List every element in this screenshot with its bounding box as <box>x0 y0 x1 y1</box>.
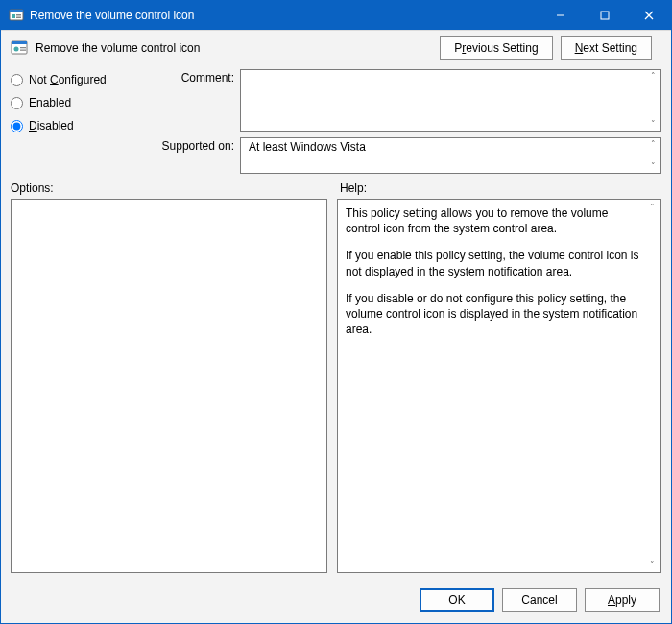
svg-rect-10 <box>12 41 27 44</box>
radio-enabled-input[interactable] <box>11 97 23 109</box>
svg-rect-1 <box>10 10 23 12</box>
chevron-up-icon[interactable]: ˄ <box>647 72 659 81</box>
radio-disabled-input[interactable] <box>11 120 23 132</box>
previous-setting-button[interactable]: Previous Setting <box>440 36 552 60</box>
next-setting-button[interactable]: Next Setting <box>561 36 652 60</box>
help-label: Help: <box>340 181 367 195</box>
chevron-up-icon[interactable]: ˄ <box>645 202 659 213</box>
radio-disabled[interactable]: Disabled <box>11 119 131 132</box>
chevron-down-icon[interactable]: ˅ <box>647 162 659 171</box>
radio-not-configured-input[interactable] <box>11 74 23 86</box>
supported-on-value: At least Windows Vista <box>249 140 366 154</box>
help-text: If you disable or do not configure this … <box>346 291 639 338</box>
svg-rect-2 <box>12 14 15 18</box>
svg-rect-4 <box>16 17 21 19</box>
supported-on-field: At least Windows Vista ˄˅ <box>240 137 661 174</box>
comment-spinner[interactable]: ˄˅ <box>647 72 659 129</box>
window-controls <box>539 1 671 30</box>
titlebar[interactable]: Remove the volume control icon <box>1 1 671 30</box>
supported-spinner[interactable]: ˄˅ <box>647 140 659 171</box>
client-area: Remove the volume control icon Previous … <box>1 30 671 623</box>
help-box: This policy setting allows you to remove… <box>337 199 661 573</box>
policy-header: Remove the volume control icon Previous … <box>1 31 671 61</box>
comment-label: Comment: <box>148 69 234 84</box>
window-title: Remove the volume control icon <box>30 9 539 22</box>
chevron-up-icon[interactable]: ˄ <box>647 140 659 149</box>
minimize-button[interactable] <box>539 1 583 30</box>
radio-label: Disabled <box>29 119 74 132</box>
svg-rect-3 <box>16 14 21 16</box>
policy-icon <box>11 39 28 57</box>
help-text: This policy setting allows you to remove… <box>346 205 639 236</box>
svg-rect-12 <box>20 47 26 48</box>
supported-on-label: Supported on: <box>148 137 234 153</box>
radio-label: Enabled <box>29 96 71 109</box>
svg-point-11 <box>14 47 19 52</box>
svg-rect-13 <box>20 50 26 51</box>
radio-not-configured[interactable]: Not Configured <box>11 73 131 86</box>
cancel-button[interactable]: Cancel <box>502 588 577 612</box>
chevron-down-icon[interactable]: ˅ <box>645 559 659 570</box>
chevron-down-icon[interactable]: ˅ <box>647 120 659 129</box>
options-label: Options: <box>11 181 330 195</box>
svg-rect-6 <box>601 12 609 19</box>
maximize-button[interactable] <box>583 1 627 30</box>
close-button[interactable] <box>627 1 671 30</box>
options-box <box>11 199 327 573</box>
ok-button[interactable]: OK <box>420 588 494 612</box>
apply-button[interactable]: Apply <box>585 588 660 612</box>
policy-title: Remove the volume control icon <box>36 41 440 55</box>
state-radio-group: Not Configured Enabled Disabled <box>11 69 131 174</box>
radio-enabled[interactable]: Enabled <box>11 96 131 109</box>
help-text: If you enable this policy setting, the v… <box>346 248 639 278</box>
help-scrollbar[interactable]: ˄˅ <box>645 202 659 570</box>
dialog-footer: OK Cancel Apply <box>1 581 671 623</box>
policy-editor-window: Remove the volume control icon Remove th… <box>0 0 672 624</box>
radio-label: Not Configured <box>29 73 107 86</box>
comment-field[interactable]: ˄˅ <box>240 69 661 132</box>
app-icon <box>9 8 24 23</box>
